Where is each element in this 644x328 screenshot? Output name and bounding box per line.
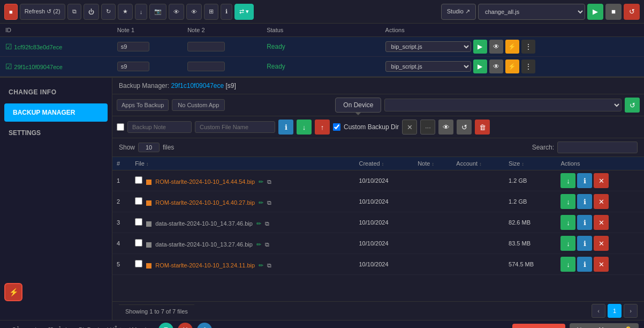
file-copy-icon[interactable]: ⧉ — [267, 199, 271, 206]
file-delete-btn[interactable]: ✕ — [594, 194, 609, 209]
device-bolt-btn[interactable]: ⚡ — [505, 40, 519, 54]
file-copy-icon[interactable]: ⧉ — [265, 220, 269, 227]
logo-btn[interactable]: ■ — [4, 4, 18, 20]
backup-note-input[interactable] — [127, 121, 192, 133]
device-more-btn[interactable]: ⋮ — [521, 59, 535, 73]
copy-icon-btn[interactable]: ⧉ — [67, 4, 81, 20]
device-script-select[interactable]: bip_script.js — [385, 41, 471, 52]
file-edit-icon[interactable]: ✏ — [256, 220, 261, 227]
sidebar-item-settings[interactable]: SETTINGS — [0, 124, 112, 142]
prev-page-btn[interactable]: ‹ — [592, 304, 605, 318]
support-btn-red[interactable]: Y — [178, 323, 193, 329]
device-play-btn[interactable]: ▶ — [473, 40, 487, 54]
refresh-dir-btn[interactable]: ↺ — [457, 120, 472, 135]
file-download-btn[interactable]: ↓ — [560, 194, 575, 209]
file-info-btn[interactable]: ℹ — [577, 236, 592, 251]
file-name-value[interactable]: data-starlte-2024-10-10_13.27.46.bip — [155, 241, 253, 248]
stop-btn[interactable]: ■ — [605, 4, 622, 20]
left-flash-btn[interactable]: ⚡ — [4, 283, 22, 301]
device-bolt-btn[interactable]: ⚡ — [505, 59, 519, 73]
change-key-btn[interactable]: Change Key & — [512, 324, 565, 329]
star-icon-btn[interactable]: ★ — [118, 4, 133, 20]
device-note1-input[interactable] — [117, 62, 149, 71]
file-info-btn[interactable]: ℹ — [577, 173, 592, 188]
file-edit-icon[interactable]: ✏ — [259, 262, 263, 269]
download-action-btn[interactable]: ↓ — [297, 120, 312, 135]
custom-dir-checkbox[interactable] — [333, 123, 340, 131]
search-input[interactable] — [557, 141, 638, 153]
file-delete-btn[interactable]: ✕ — [594, 173, 609, 188]
file-note-cell — [413, 191, 452, 212]
file-delete-btn[interactable]: ✕ — [594, 257, 609, 272]
script-select[interactable]: change_all.js — [478, 4, 585, 20]
no-custom-app-btn[interactable]: No Custom App — [172, 99, 225, 111]
file-row-checkbox[interactable] — [135, 239, 142, 247]
info-icon-btn[interactable]: ℹ — [221, 4, 232, 20]
x-btn[interactable]: ✕ — [402, 120, 417, 135]
file-name-value[interactable]: ROM-starlte-2024-10-10_14.40.27.bip — [155, 199, 255, 206]
file-copy-icon[interactable]: ⧉ — [267, 262, 271, 269]
file-edit-icon[interactable]: ✏ — [259, 199, 263, 206]
col-file: File ↕ — [131, 157, 354, 170]
support-btn-blue[interactable]: f — [197, 323, 212, 329]
refresh-circle-btn[interactable]: ↺ — [624, 4, 640, 20]
device-empty4 — [362, 37, 380, 57]
file-name-value[interactable]: ROM-starlte-2024-10-10_14.44.54.bip — [155, 178, 255, 185]
device-script-select[interactable]: bip_script.js — [385, 61, 471, 72]
file-download-btn[interactable]: ↓ — [560, 257, 575, 272]
file-row-checkbox[interactable] — [135, 176, 142, 184]
support-btn-cyan[interactable]: T — [158, 323, 173, 329]
on-device-select[interactable] — [384, 99, 622, 111]
file-edit-icon[interactable]: ✏ — [256, 241, 261, 248]
share-icon-btn[interactable]: ⇄ ▾ — [234, 4, 254, 20]
eye-backup-btn[interactable]: 👁 — [438, 120, 453, 135]
file-name-value[interactable]: ROM-starlte-2024-10-10_13.24.11.bip — [155, 262, 255, 269]
page-1-btn[interactable]: 1 — [608, 304, 622, 318]
device-note1-input[interactable] — [117, 42, 149, 51]
file-row-checkbox[interactable] — [135, 197, 142, 205]
file-info-btn[interactable]: ℹ — [577, 257, 592, 272]
file-download-btn[interactable]: ↓ — [560, 173, 575, 188]
upload-action-btn[interactable]: ↑ — [315, 120, 330, 135]
device-eye-btn[interactable]: 👁 — [489, 40, 503, 54]
next-page-btn[interactable]: › — [624, 304, 638, 318]
device-play-btn[interactable]: ▶ — [473, 59, 487, 73]
file-info-btn[interactable]: ℹ — [577, 215, 592, 230]
refresh-btn[interactable]: Refresh ↺ (2) — [20, 4, 65, 20]
file-copy-icon[interactable]: ⧉ — [267, 178, 271, 185]
file-edit-icon[interactable]: ✏ — [259, 178, 263, 185]
dots-btn[interactable]: ··· — [420, 120, 435, 135]
device-note2-input[interactable] — [187, 42, 225, 51]
custom-file-name-input[interactable] — [195, 121, 275, 133]
file-copy-icon[interactable]: ⧉ — [265, 241, 269, 248]
file-info-btn[interactable]: ℹ — [577, 194, 592, 209]
trash-btn[interactable]: 🗑 — [475, 120, 490, 135]
file-download-btn[interactable]: ↓ — [560, 215, 575, 230]
file-table: # File ↕ Created ↕ Note ↕ Account ↕ Size… — [112, 157, 644, 275]
file-delete-btn[interactable]: ✕ — [594, 215, 609, 230]
show-input[interactable] — [138, 143, 160, 152]
file-delete-btn[interactable]: ✕ — [594, 236, 609, 251]
rotate-icon-btn[interactable]: ↻ — [101, 4, 116, 20]
grid-icon-btn[interactable]: ⊞ — [204, 4, 218, 20]
eye-icon-btn[interactable]: 👁 — [169, 4, 184, 20]
sidebar-btn-backup-manager[interactable]: BACKUP MANAGER — [4, 103, 108, 122]
download-icon-btn[interactable]: ↓ — [135, 4, 148, 20]
file-name-value[interactable]: data-starlte-2024-10-10_14.37.46.bip — [155, 220, 253, 227]
device-note2-input[interactable] — [187, 62, 225, 71]
play-btn[interactable]: ▶ — [587, 4, 603, 20]
sidebar-item-change-info[interactable]: CHANGE INFO — [0, 83, 112, 101]
device-more-btn[interactable]: ⋮ — [521, 40, 535, 54]
file-row-checkbox[interactable] — [135, 260, 142, 267]
file-download-btn[interactable]: ↓ — [560, 236, 575, 251]
power-icon-btn[interactable]: ⏻ — [84, 4, 99, 20]
device-eye-btn[interactable]: 👁 — [489, 59, 503, 73]
file-row-checkbox[interactable] — [135, 218, 142, 226]
refresh-backup-btn[interactable]: ↺ — [625, 98, 640, 113]
camera-icon-btn[interactable]: 📷 — [149, 4, 166, 20]
backup-checkbox[interactable] — [117, 123, 124, 131]
info-action-btn[interactable]: ℹ — [278, 120, 293, 135]
eye2-icon-btn[interactable]: 👁 — [186, 4, 202, 20]
studio-btn[interactable]: Studio ↗ — [441, 4, 476, 20]
license-manager-btn[interactable]: License Manager 🔑 — [570, 323, 639, 328]
